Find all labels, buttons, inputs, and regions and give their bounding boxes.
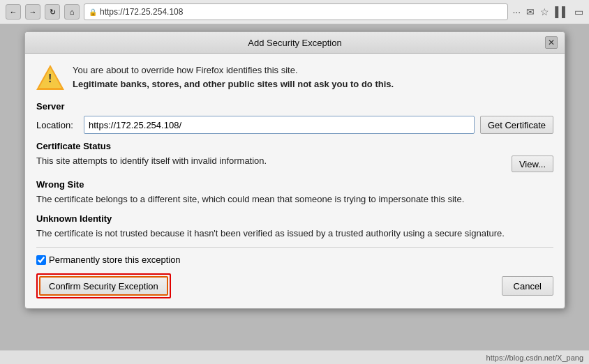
get-certificate-button[interactable]: Get Certificate — [480, 116, 553, 134]
view-button[interactable]: View... — [512, 156, 553, 172]
server-label: Server — [36, 101, 553, 112]
address-text: https://172.25.254.108 — [100, 7, 183, 17]
cert-status-text: This site attempts to identify itself wi… — [36, 156, 505, 166]
location-row: Location: Get Certificate — [36, 116, 553, 134]
confirm-security-exception-button[interactable]: Confirm Security Exception — [39, 276, 168, 296]
confirm-button-wrapper: Confirm Security Exception — [36, 273, 171, 298]
warning-line2: Legitimate banks, stores, and other publ… — [73, 77, 394, 91]
wrong-site-label: Wrong Site — [36, 179, 553, 190]
cert-status-label: Certificate Status — [36, 141, 553, 151]
server-section: Server Location: Get Certificate — [36, 101, 553, 134]
wrong-site-text: The certificate belongs to a different s… — [36, 192, 553, 206]
back-button[interactable]: ← — [6, 4, 21, 20]
forward-button[interactable]: → — [25, 4, 40, 20]
status-bar: https://blog.csdn.net/X_pang — [0, 350, 589, 364]
cancel-button[interactable]: Cancel — [502, 276, 553, 296]
dialog-close-button[interactable]: ✕ — [545, 36, 558, 49]
permanently-store-checkbox[interactable] — [36, 255, 46, 265]
certificate-status-section: Certificate Status This site attempts to… — [36, 141, 553, 240]
unknown-identity-text: The certificate is not trusted because i… — [36, 227, 553, 241]
dialog-titlebar: Add Security Exception ✕ — [25, 32, 565, 54]
location-label: Location: — [36, 120, 78, 130]
divider — [36, 247, 553, 248]
warning-line1: You are about to override how Firefox id… — [73, 63, 394, 77]
bookmarks-icon[interactable]: ✉ — [526, 6, 535, 17]
security-exception-dialog: Add Security Exception ✕ ! You are about… — [24, 31, 565, 309]
warning-icon: ! — [36, 63, 64, 91]
dialog-body: ! You are about to override how Firefox … — [25, 54, 565, 308]
warning-row: ! You are about to override how Firefox … — [36, 63, 553, 91]
unknown-identity-label: Unknown Identity — [36, 213, 553, 224]
reload-button[interactable]: ↻ — [45, 4, 60, 20]
browser-icons: ··· ✉ ☆ ▌▌ ▭ — [512, 6, 583, 17]
browser-bar: ← → ↻ ⌂ 🔒 https://172.25.254.108 ··· ✉ ☆… — [0, 0, 589, 24]
lock-icon: 🔒 — [89, 8, 97, 16]
dialog-title: Add Security Exception — [45, 38, 545, 48]
location-input[interactable] — [84, 116, 475, 134]
exclamation-icon: ! — [48, 73, 52, 84]
permanently-store-row: Permanently store this exception — [36, 255, 553, 265]
status-link: https://blog.csdn.net/X_pang — [486, 354, 583, 362]
cert-status-row: This site attempts to identify itself wi… — [36, 156, 553, 172]
home-button[interactable]: ⌂ — [64, 4, 80, 20]
library-icon[interactable]: ▌▌ — [555, 6, 569, 17]
star-icon[interactable]: ☆ — [540, 6, 549, 17]
menu-dots-icon[interactable]: ··· — [512, 6, 521, 17]
sidebar-icon[interactable]: ▭ — [574, 6, 583, 17]
permanently-store-label: Permanently store this exception — [49, 255, 181, 265]
address-bar[interactable]: 🔒 https://172.25.254.108 — [84, 3, 508, 20]
warning-text: You are about to override how Firefox id… — [73, 63, 394, 91]
button-row: Confirm Security Exception Cancel — [36, 273, 553, 298]
